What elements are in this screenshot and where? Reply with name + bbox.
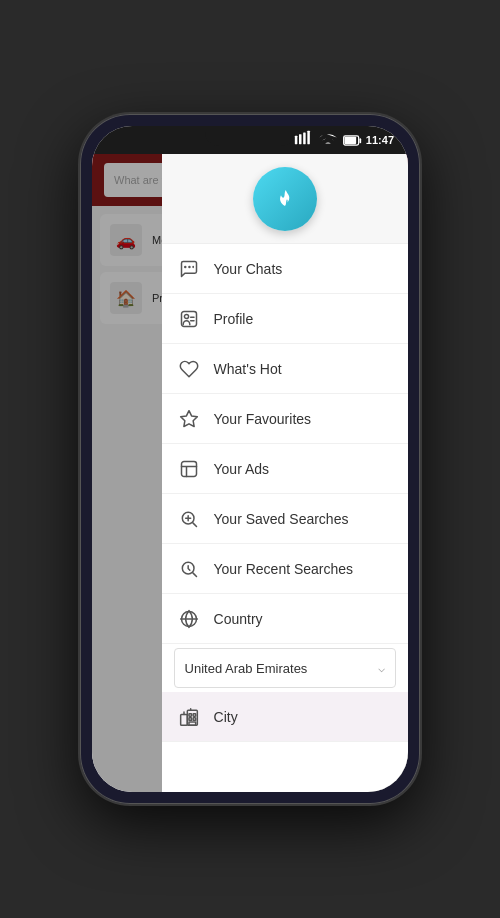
drawer-menu: Your Chats Profile xyxy=(162,244,408,792)
country-label: Country xyxy=(214,611,263,627)
saved-searches-label: Your Saved Searches xyxy=(214,511,349,527)
recent-searches-icon xyxy=(178,558,200,580)
svg-rect-20 xyxy=(189,717,192,720)
phone-screen: 11:47 What are you looking for? 🚗 Moto..… xyxy=(92,126,408,792)
svg-rect-19 xyxy=(193,713,196,716)
svg-rect-22 xyxy=(189,722,196,725)
svg-rect-5 xyxy=(344,137,356,145)
logo-circle xyxy=(253,167,317,231)
ads-icon xyxy=(178,458,200,480)
menu-item-ads[interactable]: Your Ads xyxy=(162,444,408,494)
svg-rect-0 xyxy=(295,136,298,144)
status-bar: 11:47 xyxy=(92,126,408,154)
svg-rect-12 xyxy=(181,461,196,476)
svg-rect-2 xyxy=(303,133,306,145)
globe-icon xyxy=(178,608,200,630)
favourites-label: Your Favourites xyxy=(214,411,312,427)
city-icon xyxy=(178,706,200,728)
menu-item-whats-hot[interactable]: What's Hot xyxy=(162,344,408,394)
menu-item-recent-searches[interactable]: Your Recent Searches xyxy=(162,544,408,594)
svg-rect-16 xyxy=(180,714,187,725)
svg-rect-21 xyxy=(193,717,196,720)
chats-label: Your Chats xyxy=(214,261,283,277)
chat-icon xyxy=(178,258,200,280)
heart-icon xyxy=(178,358,200,380)
profile-icon xyxy=(178,308,200,330)
svg-rect-18 xyxy=(189,713,192,716)
svg-point-10 xyxy=(184,314,188,318)
profile-label: Profile xyxy=(214,311,254,327)
side-drawer: Your Chats Profile xyxy=(162,154,408,792)
star-icon xyxy=(178,408,200,430)
flame-icon xyxy=(275,183,295,215)
status-icons: 11:47 xyxy=(294,130,394,150)
menu-item-city[interactable]: City xyxy=(162,692,408,742)
recent-searches-label: Your Recent Searches xyxy=(214,561,354,577)
ads-label: Your Ads xyxy=(214,461,270,477)
phone-frame: 11:47 What are you looking for? 🚗 Moto..… xyxy=(80,114,420,804)
menu-item-favourites[interactable]: Your Favourites xyxy=(162,394,408,444)
svg-rect-7 xyxy=(188,265,191,268)
notch xyxy=(205,126,295,146)
whats-hot-label: What's Hot xyxy=(214,361,282,377)
svg-rect-6 xyxy=(184,265,187,268)
time-display: 11:47 xyxy=(366,134,394,146)
country-selected-value: United Arab Emirates xyxy=(185,661,308,676)
chevron-down-icon: ⌵ xyxy=(378,661,385,675)
menu-item-country[interactable]: Country xyxy=(162,594,408,644)
menu-item-profile[interactable]: Profile xyxy=(162,294,408,344)
svg-rect-1 xyxy=(299,134,302,144)
svg-rect-8 xyxy=(192,265,194,268)
country-dropdown[interactable]: United Arab Emirates ⌵ xyxy=(174,648,396,688)
menu-item-saved-searches[interactable]: Your Saved Searches xyxy=(162,494,408,544)
city-label: City xyxy=(214,709,238,725)
svg-marker-11 xyxy=(180,410,197,426)
saved-searches-icon xyxy=(178,508,200,530)
svg-rect-3 xyxy=(307,131,310,144)
menu-item-chats[interactable]: Your Chats xyxy=(162,244,408,294)
drawer-logo-area xyxy=(162,154,408,244)
